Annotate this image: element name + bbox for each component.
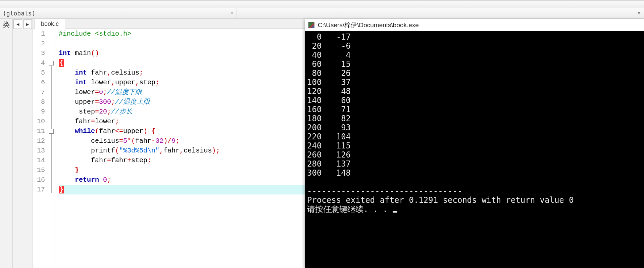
console-separator: -------------------------------- xyxy=(307,187,642,196)
console-row: 80 26 xyxy=(307,69,642,78)
console-row: 40 4 xyxy=(307,51,642,60)
line-number: 12 xyxy=(33,136,45,146)
scope-bar: (globals) ▾ ▾ xyxy=(0,8,644,19)
chevron-down-icon: ▾ xyxy=(638,11,640,15)
triangle-left-icon: ◀ xyxy=(16,22,19,27)
console-titlebar[interactable]: C:\Users\梓伊\Documents\book.exe xyxy=(305,19,644,31)
line-number: 4 xyxy=(33,58,45,68)
line-number: 11 xyxy=(33,126,45,136)
console-icon xyxy=(308,22,314,28)
line-number: 1 xyxy=(33,29,45,39)
nav-buttons: ◀ ▶ xyxy=(13,19,33,268)
console-title: C:\Users\梓伊\Documents\book.exe xyxy=(318,21,419,30)
line-number: 10 xyxy=(33,117,45,126)
scope-dropdown[interactable]: (globals) ▾ xyxy=(0,8,237,18)
chevron-down-icon: ▾ xyxy=(231,11,233,15)
console-row: 180 82 xyxy=(307,114,642,123)
console-exit-msg: Process exited after 0.1291 seconds with… xyxy=(307,196,642,205)
console-row: 220 104 xyxy=(307,132,642,141)
line-number: 13 xyxy=(33,146,45,155)
fold-end xyxy=(51,193,55,193)
console-row: 200 93 xyxy=(307,123,642,132)
line-number: 7 xyxy=(33,87,45,97)
fold-minus-icon[interactable]: − xyxy=(49,61,54,65)
line-number: 16 xyxy=(33,175,45,185)
nav-fwd-button[interactable]: ▶ xyxy=(23,19,32,29)
console-row: 20 -6 xyxy=(307,42,642,51)
side-label: 类 xyxy=(3,21,10,28)
console-row: 240 115 xyxy=(307,141,642,150)
line-number: 8 xyxy=(33,97,45,107)
main-toolbar xyxy=(0,0,644,8)
console-row: 140 60 xyxy=(307,96,642,105)
fold-column[interactable]: − − xyxy=(48,29,55,268)
side-panel[interactable]: 类 xyxy=(0,19,13,268)
console-row: 260 126 xyxy=(307,150,642,160)
line-number: 15 xyxy=(33,165,45,175)
console-row: 280 137 xyxy=(307,160,642,169)
triangle-right-icon: ▶ xyxy=(26,22,29,27)
cursor-icon xyxy=(393,211,397,213)
console-row: 160 71 xyxy=(307,105,642,114)
scope-label: (globals) xyxy=(3,10,36,17)
console-body[interactable]: 0 -17 20 -6 40 4 60 15 80 26100 37120 48… xyxy=(305,31,644,268)
tab-label: book.c xyxy=(41,20,59,28)
console-row: 60 15 xyxy=(307,60,642,69)
tab-book-c[interactable]: book.c xyxy=(35,19,65,29)
line-number: 2 xyxy=(33,39,45,48)
console-row: 300 148 xyxy=(307,169,642,178)
nav-back-button[interactable]: ◀ xyxy=(13,19,22,29)
line-number: 6 xyxy=(33,78,45,87)
line-number: 14 xyxy=(33,155,45,165)
console-pause-msg: 请按任意键继续. . . xyxy=(307,205,642,214)
line-gutter: 1234567891011121314151617 xyxy=(33,29,48,268)
member-dropdown[interactable]: ▾ xyxy=(237,8,644,18)
console-window[interactable]: C:\Users\梓伊\Documents\book.exe 0 -17 20 … xyxy=(305,19,644,268)
line-number: 9 xyxy=(33,107,45,117)
line-number: 17 xyxy=(33,185,45,194)
line-number: 3 xyxy=(33,48,45,58)
fold-minus-icon[interactable]: − xyxy=(49,129,54,134)
line-number: 5 xyxy=(33,68,45,78)
console-row: 100 37 xyxy=(307,78,642,87)
console-row: 0 -17 xyxy=(307,33,642,42)
console-row: 120 48 xyxy=(307,87,642,96)
